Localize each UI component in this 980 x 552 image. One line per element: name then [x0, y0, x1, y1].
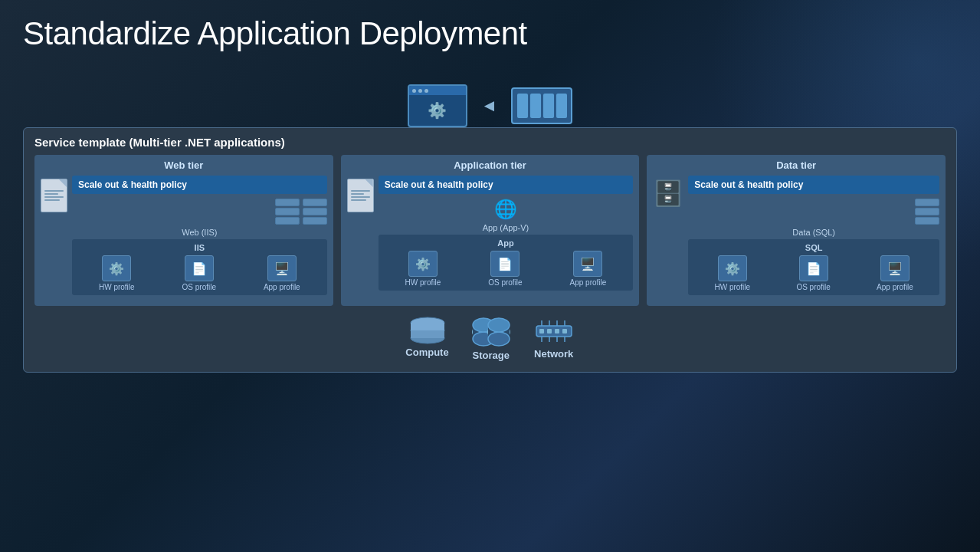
web-server-stack-2 — [303, 199, 327, 225]
web-hw-icon: ⚙️ — [102, 255, 131, 281]
svg-rect-17 — [562, 329, 567, 334]
network-resource: Network — [533, 317, 575, 361]
web-doc-icon — [41, 179, 67, 212]
mini-rect-1 — [517, 94, 528, 118]
app-globe-icon: 🌐 — [494, 199, 517, 220]
web-hw-profile: ⚙️ HW profile — [99, 255, 135, 291]
network-icon — [533, 317, 575, 346]
web-tier-block: Web tier — [34, 155, 333, 306]
data-os-label: OS profile — [796, 283, 830, 291]
bottom-resources: Compute Storage — [34, 312, 946, 366]
service-template-label: Service template (Multi-tier .NET applic… — [34, 136, 946, 149]
svg-rect-15 — [547, 329, 552, 334]
app-app-icon: 🖥️ — [573, 251, 602, 277]
tiers-row: Web tier — [34, 155, 946, 306]
web-tier-title: Web tier — [41, 159, 327, 171]
app-app-profile: 🖥️ App profile — [570, 251, 607, 287]
gear-window-icon: ⚙️ — [408, 84, 467, 127]
network-label: Network — [534, 348, 573, 360]
app-app-label: App profile — [570, 278, 607, 287]
data-hw-profile: ⚙️ HW profile — [714, 255, 750, 291]
template-preview — [511, 87, 572, 124]
data-tier-block: Data tier 🗄️ Scale out & health policy — [647, 155, 946, 306]
top-section: ⚙️ ◄ — [23, 66, 957, 127]
data-server-stack — [915, 199, 939, 225]
web-scale-policy-text: Scale out & health policy — [78, 179, 187, 190]
data-db-icon: 🗄️ — [653, 179, 683, 208]
data-hw-label: HW profile — [714, 283, 750, 291]
compute-resource: Compute — [405, 317, 448, 361]
data-profiles-row: ⚙️ HW profile 📄 OS profile 🖥️ App profil — [693, 255, 935, 291]
web-server-stack-1 — [275, 199, 300, 225]
app-inner-label: App — [383, 238, 629, 248]
web-inner-box: IIS ⚙️ HW profile 📄 OS profile — [72, 239, 327, 295]
app-os-label: OS profile — [488, 278, 522, 287]
service-template-container: Service template (Multi-tier .NET applic… — [23, 127, 957, 373]
svg-point-11 — [488, 332, 510, 346]
app-hw-profile: ⚙️ HW profile — [405, 251, 441, 287]
data-app-profile: 🖥️ App profile — [877, 255, 913, 291]
dot-btn-3 — [424, 89, 428, 93]
app-profiles-row: ⚙️ HW profile 📄 OS profile 🖥️ App profil — [383, 251, 629, 287]
storage-icon — [472, 317, 510, 347]
dot-btn-2 — [418, 89, 422, 93]
svg-point-12 — [488, 318, 510, 332]
arrow-icon: ◄ — [481, 96, 498, 116]
gear-window-body: ⚙️ — [428, 95, 447, 126]
app-tier-title: Application tier — [347, 159, 634, 171]
storage-label: Storage — [472, 350, 509, 361]
storage-resource: Storage — [472, 317, 510, 361]
web-os-icon: 📄 — [185, 255, 214, 281]
deployment-unit: ⚙️ ◄ — [408, 84, 573, 127]
data-scale-policy-text: Scale out & health policy — [694, 179, 803, 190]
app-os-profile: 📄 OS profile — [488, 251, 522, 287]
web-scale-policy-bar: Scale out & health policy — [72, 176, 327, 194]
data-os-icon: 📄 — [799, 255, 828, 281]
app-hw-label: HW profile — [405, 278, 441, 287]
web-app-icon: 🖥️ — [267, 255, 297, 281]
svg-rect-2 — [411, 330, 444, 338]
app-hw-icon: ⚙️ — [408, 251, 438, 277]
app-os-icon: 📄 — [490, 251, 519, 277]
mini-rect-2 — [530, 94, 541, 118]
mini-rect-4 — [556, 94, 567, 118]
web-app-profile: 🖥️ App profile — [264, 255, 300, 291]
dot-btn-1 — [412, 89, 416, 93]
data-inner-label: SQL — [693, 243, 935, 252]
mini-rect-3 — [543, 94, 554, 118]
data-inner-box: SQL ⚙️ HW profile 📄 OS profile — [688, 239, 939, 295]
svg-rect-14 — [539, 329, 544, 334]
compute-label: Compute — [405, 347, 448, 358]
web-sub-label: Web (IIS) — [72, 228, 327, 237]
window-titlebar — [409, 86, 466, 95]
web-hw-label: HW profile — [99, 283, 135, 291]
web-profiles-row: ⚙️ HW profile 📄 OS profile 🖥️ App profil — [77, 255, 323, 291]
page-title: Standardize Application Deployment — [23, 15, 957, 52]
data-app-label: App profile — [877, 283, 913, 291]
data-os-profile: 📄 OS profile — [796, 255, 830, 291]
data-hw-icon: ⚙️ — [718, 255, 747, 281]
app-inner-box: App ⚙️ HW profile 📄 OS profile — [379, 235, 634, 291]
data-sub-label: Data (SQL) — [688, 228, 939, 237]
web-inner-label: IIS — [77, 243, 323, 252]
main-content: Standardize Application Deployment ⚙️ ◄ — [0, 0, 980, 380]
app-tier-block: Application tier — [341, 155, 640, 306]
app-scale-policy-text: Scale out & health policy — [385, 179, 493, 190]
data-app-icon: 🖥️ — [880, 255, 910, 281]
svg-rect-4 — [411, 323, 444, 330]
web-os-label: OS profile — [182, 283, 216, 291]
svg-rect-16 — [555, 329, 559, 334]
data-scale-policy-bar: Scale out & health policy — [688, 176, 939, 194]
web-os-profile: 📄 OS profile — [182, 255, 216, 291]
app-doc-icon — [347, 179, 374, 212]
compute-icon — [408, 317, 447, 344]
web-app-label: App profile — [264, 283, 300, 291]
app-scale-policy-bar: Scale out & health policy — [379, 176, 634, 194]
app-sub-label: App (App-V) — [379, 223, 634, 232]
data-tier-title: Data tier — [653, 159, 939, 171]
